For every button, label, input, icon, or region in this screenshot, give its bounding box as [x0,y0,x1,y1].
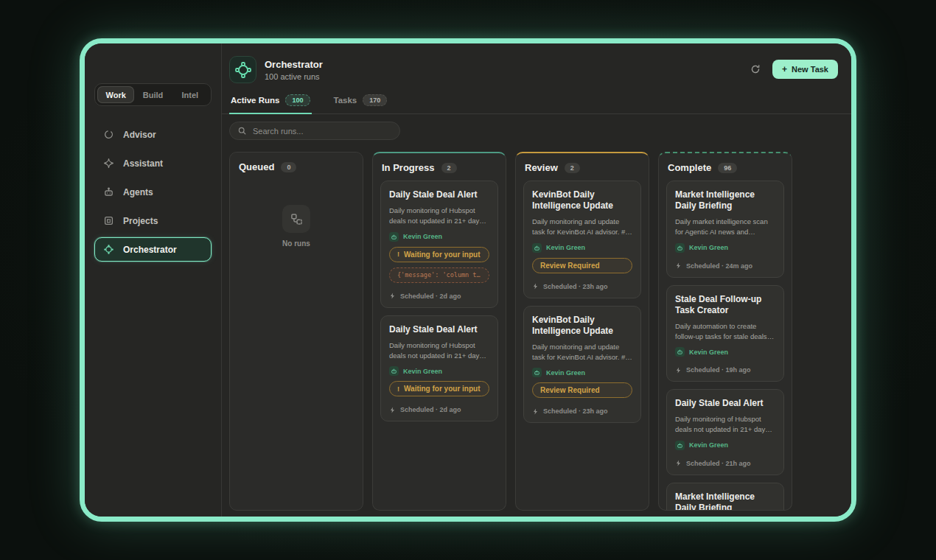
sidebar-item-assistant[interactable]: Assistant [94,151,212,175]
schedule-label: Scheduled · 24m ago [686,262,752,270]
column-body: Market Intelligence Daily BriefingDaily … [666,181,784,503]
schedule-label: Scheduled · 23h ago [543,283,608,290]
header-identity: Orchestrator 100 active runs [229,56,323,83]
mode-tab-intel[interactable]: Intel [172,86,209,103]
run-card-title: Daily Stale Deal Alert [389,189,489,200]
assignee-name: Kevin Green [689,349,728,356]
zap-icon [675,460,682,466]
column-title: In Progress [382,162,435,173]
run-card[interactable]: KevinBot Daily Intelligence UpdateDaily … [523,306,641,424]
new-task-label: New Task [792,65,828,74]
column-body: Daily Stale Deal AlertDaily monitoring o… [380,181,498,503]
assignee-row: Kevin Green [675,243,775,253]
search-bar[interactable] [229,122,400,140]
assignee-row: Kevin Green [389,232,489,242]
tab-tasks-label: Tasks [334,96,357,105]
zap-icon [389,293,396,299]
run-card-title: Stale Deal Follow-up Task Creator [675,294,775,316]
board-column-complete: Complete96Market Intelligence Daily Brie… [658,152,792,511]
search-icon [238,127,246,135]
schedule-footer: Scheduled · 24m ago [675,262,775,270]
run-card-description: Daily monitoring of Hubspot deals not up… [389,206,489,227]
sidebar-item-projects[interactable]: Projects [94,209,212,233]
assignee-name: Kevin Green [403,233,442,240]
orchestrator-logo-icon [229,56,256,83]
status-pill-label: Review Required [540,386,600,394]
projects-icon [102,214,115,227]
zap-icon [532,408,539,415]
main-tabs: Active Runs 100 Tasks 170 [222,91,851,114]
run-card-description: Daily monitoring of Hubspot deals not up… [675,414,775,435]
run-card-description: Daily monitoring and update task for Kev… [532,342,632,363]
sidebar-item-orchestrator[interactable]: Orchestrator [94,237,212,262]
column-header: Complete96 [666,161,784,173]
sidebar-item-label: Projects [123,216,158,226]
run-card[interactable]: Daily Stale Deal AlertDaily monitoring o… [666,389,784,475]
assignee-name: Kevin Green [689,441,728,449]
assignee-avatar [532,368,542,377]
sidebar-item-advisor[interactable]: Advisor [94,122,212,147]
zap-icon [532,283,539,290]
assignee-avatar [675,347,685,357]
schedule-footer: Scheduled · 21h ago [675,460,775,467]
run-card[interactable]: Daily Stale Deal AlertDaily monitoring o… [380,181,498,308]
empty-state: No runs [237,180,355,248]
schedule-footer: Scheduled · 2d ago [389,406,489,413]
run-card-title: Market Intelligence Daily Briefing [675,189,775,211]
assignee-name: Kevin Green [403,368,442,375]
assignee-avatar [389,232,399,242]
run-card[interactable]: Daily Stale Deal AlertDaily monitoring o… [380,315,498,422]
tab-active-runs[interactable]: Active Runs 100 [229,91,312,114]
sidebar-item-label: Orchestrator [123,245,177,255]
tab-tasks[interactable]: Tasks 170 [332,91,389,114]
search-input[interactable] [253,127,391,136]
column-count-badge: 2 [565,163,580,173]
zap-icon [675,262,682,269]
page-title: Orchestrator [265,59,323,70]
status-pill-label: Waiting for your input [404,385,481,393]
column-count-badge: 2 [441,163,457,173]
status-pill: !Waiting for your input [389,381,489,396]
advisor-icon [102,128,115,141]
mode-tab-work[interactable]: Work [97,86,134,103]
alert-icon: ! [397,251,399,258]
sidebar: Work Build Intel AdvisorAssistantAgentsP… [85,43,222,517]
column-header: In Progress2 [380,161,498,173]
schedule-label: Scheduled · 21h ago [686,460,751,467]
run-card-description: Daily monitoring and update task for Kev… [532,217,632,238]
run-card-title: Daily Stale Deal Alert [389,324,489,335]
mode-tab-build[interactable]: Build [134,86,171,103]
run-card[interactable]: Stale Deal Follow-up Task CreatorDaily a… [666,285,784,382]
board-column-queued: Queued0No runs [229,152,363,511]
run-card-title: KevinBot Daily Intelligence Update [532,315,632,337]
run-card-title: Market Intelligence Daily Briefing [675,491,775,511]
header-titles: Orchestrator 100 active runs [265,59,323,81]
assignee-avatar [675,441,685,450]
status-pill: !Waiting for your input [389,247,489,262]
zap-icon [389,407,396,413]
assistant-icon [102,157,115,169]
header: Orchestrator 100 active runs + New Task [222,43,851,91]
content-area: Queued0No runsIn Progress2Daily Stale De… [222,114,851,517]
run-card[interactable]: KevinBot Daily Intelligence UpdateDaily … [523,181,641,298]
app-window: Work Build Intel AdvisorAssistantAgentsP… [80,38,856,522]
status-pill-label: Review Required [540,262,600,270]
run-card[interactable]: Market Intelligence Daily BriefingDaily … [666,483,784,511]
board-column-review: Review2KevinBot Daily Intelligence Updat… [515,152,649,511]
sidebar-item-label: Agents [123,187,153,197]
app-frame: Work Build Intel AdvisorAssistantAgentsP… [85,43,851,517]
status-pill-label: {'message': 'column task_agents.agent_na… [397,271,481,279]
column-count-badge: 96 [718,163,737,173]
run-card[interactable]: Market Intelligence Daily BriefingDaily … [666,181,784,278]
new-task-button[interactable]: + New Task [772,60,838,79]
error-status-pill: {'message': 'column task_agents.agent_na… [389,267,489,283]
status-pill: Review Required [532,382,632,398]
schedule-footer: Scheduled · 2d ago [389,293,489,300]
column-body: KevinBot Daily Intelligence UpdateDaily … [523,181,641,503]
sidebar-mode-tabs: Work Build Intel [94,83,212,106]
sidebar-nav: AdvisorAssistantAgentsProjectsOrchestrat… [94,122,212,262]
plus-icon: + [782,65,787,74]
sidebar-item-agents[interactable]: Agents [94,180,212,204]
refresh-button[interactable] [750,64,761,74]
schedule-footer: Scheduled · 23h ago [532,283,632,290]
